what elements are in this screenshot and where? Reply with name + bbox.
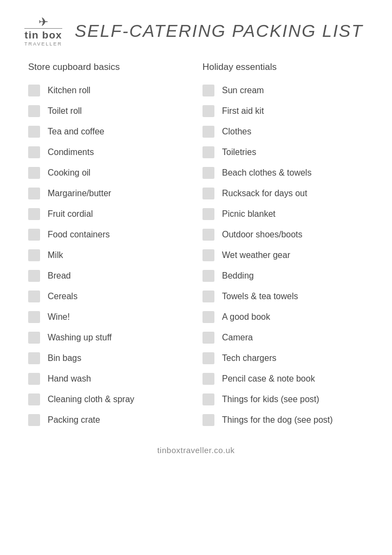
list-item[interactable]: Rucksack for days out — [200, 183, 366, 204]
list-item[interactable]: Sun cream — [200, 80, 366, 101]
checkbox[interactable] — [28, 229, 40, 241]
item-label: Pencil case & note book — [222, 374, 315, 384]
checklist-columns: Store cupboard basics Kitchen rollToilet… — [22, 62, 370, 430]
list-item[interactable]: Wine! — [26, 307, 192, 327]
item-label: Tea and coffee — [48, 127, 104, 137]
checkbox[interactable] — [28, 85, 40, 96]
checkbox[interactable] — [202, 393, 214, 405]
list-item[interactable]: Pencil case & note book — [200, 369, 366, 389]
checkbox[interactable] — [28, 167, 40, 179]
checkbox[interactable] — [28, 393, 40, 405]
list-item[interactable]: Packing crate — [26, 410, 192, 430]
list-item[interactable]: Wet weather gear — [200, 245, 366, 266]
list-item[interactable]: Things for the dog (see post) — [200, 410, 366, 430]
list-item[interactable]: Outdoor shoes/boots — [200, 224, 366, 245]
checkbox[interactable] — [28, 332, 40, 344]
checkbox[interactable] — [28, 291, 40, 302]
checkbox[interactable] — [28, 146, 40, 158]
item-label: Margarine/butter — [48, 189, 111, 198]
checkbox[interactable] — [202, 167, 214, 179]
list-item[interactable]: Things for kids (see post) — [200, 389, 366, 410]
list-item[interactable]: Food containers — [26, 224, 192, 245]
right-column-header: Holiday essentials — [200, 62, 366, 73]
checkbox[interactable] — [202, 270, 214, 282]
left-column-header: Store cupboard basics — [26, 62, 192, 73]
item-label: Beach clothes & towels — [222, 168, 311, 178]
item-label: Bedding — [222, 271, 254, 281]
list-item[interactable]: Toiletries — [200, 142, 366, 163]
list-item[interactable]: Bin bags — [26, 348, 192, 369]
logo: ✈ tin box TRAVELLER — [22, 16, 65, 47]
item-label: Towels & tea towels — [222, 292, 298, 301]
footer-url: tinboxtraveller.co.uk — [157, 446, 234, 455]
checkbox[interactable] — [202, 311, 214, 323]
checkbox[interactable] — [202, 105, 214, 117]
checkbox[interactable] — [28, 126, 40, 138]
checkbox[interactable] — [202, 146, 214, 158]
list-item[interactable]: Cleaning cloth & spray — [26, 389, 192, 410]
logo-plane-icon: ✈ — [38, 16, 48, 28]
list-item[interactable]: A good book — [200, 307, 366, 327]
item-label: Bin bags — [48, 353, 81, 363]
checkbox[interactable] — [202, 188, 214, 199]
page-title: SELF-CATERING PACKING LIST — [75, 21, 363, 41]
list-item[interactable]: Milk — [26, 245, 192, 266]
checkbox[interactable] — [202, 126, 214, 138]
list-item[interactable]: Towels & tea towels — [200, 286, 366, 307]
item-label: Picnic blanket — [222, 209, 276, 219]
list-item[interactable]: Picnic blanket — [200, 204, 366, 224]
checkbox[interactable] — [28, 208, 40, 220]
item-label: Food containers — [48, 230, 110, 240]
list-item[interactable]: Hand wash — [26, 369, 192, 389]
checkbox[interactable] — [202, 352, 214, 364]
item-label: Things for kids (see post) — [222, 395, 319, 404]
list-item[interactable]: Bedding — [200, 266, 366, 286]
right-checklist: Sun creamFirst aid kitClothesToiletriesB… — [200, 80, 366, 430]
checkbox[interactable] — [202, 85, 214, 96]
item-label: A good book — [222, 312, 270, 322]
list-item[interactable]: Margarine/butter — [26, 183, 192, 204]
list-item[interactable]: Cooking oil — [26, 163, 192, 183]
checkbox[interactable] — [28, 311, 40, 323]
checkbox[interactable] — [28, 188, 40, 199]
list-item[interactable]: Bread — [26, 266, 192, 286]
checkbox[interactable] — [202, 414, 214, 426]
list-item[interactable]: Condiments — [26, 142, 192, 163]
page-header: ✈ tin box TRAVELLER SELF-CATERING PACKIN… — [22, 16, 370, 47]
checkbox[interactable] — [202, 229, 214, 241]
list-item[interactable]: First aid kit — [200, 101, 366, 121]
list-item[interactable]: Beach clothes & towels — [200, 163, 366, 183]
checkbox[interactable] — [28, 249, 40, 261]
list-item[interactable]: Fruit cordial — [26, 204, 192, 224]
checkbox[interactable] — [28, 414, 40, 426]
list-item[interactable]: Cereals — [26, 286, 192, 307]
list-item[interactable]: Kitchen roll — [26, 80, 192, 101]
item-label: Kitchen roll — [48, 86, 90, 95]
list-item[interactable]: Toilet roll — [26, 101, 192, 121]
checkbox[interactable] — [202, 249, 214, 261]
list-item[interactable]: Tea and coffee — [26, 121, 192, 142]
checkbox[interactable] — [28, 270, 40, 282]
item-label: Wine! — [48, 312, 70, 322]
item-label: Bread — [48, 271, 71, 281]
checkbox[interactable] — [202, 332, 214, 344]
checkbox[interactable] — [202, 208, 214, 220]
list-item[interactable]: Tech chargers — [200, 348, 366, 369]
list-item[interactable]: Camera — [200, 327, 366, 348]
logo-sub-text: TRAVELLER — [24, 41, 62, 47]
checkbox[interactable] — [28, 105, 40, 117]
list-item[interactable]: Washing up stuff — [26, 327, 192, 348]
item-label: Wet weather gear — [222, 250, 290, 260]
item-label: Cleaning cloth & spray — [48, 395, 134, 404]
checkbox[interactable] — [28, 373, 40, 385]
item-label: Milk — [48, 250, 63, 260]
item-label: Tech chargers — [222, 353, 277, 363]
checkbox[interactable] — [202, 373, 214, 385]
checkbox[interactable] — [28, 352, 40, 364]
logo-divider — [24, 28, 62, 29]
list-item[interactable]: Clothes — [200, 121, 366, 142]
item-label: Things for the dog (see post) — [222, 415, 333, 425]
checkbox[interactable] — [202, 291, 214, 302]
item-label: Cooking oil — [48, 168, 90, 178]
item-label: Condiments — [48, 147, 94, 157]
